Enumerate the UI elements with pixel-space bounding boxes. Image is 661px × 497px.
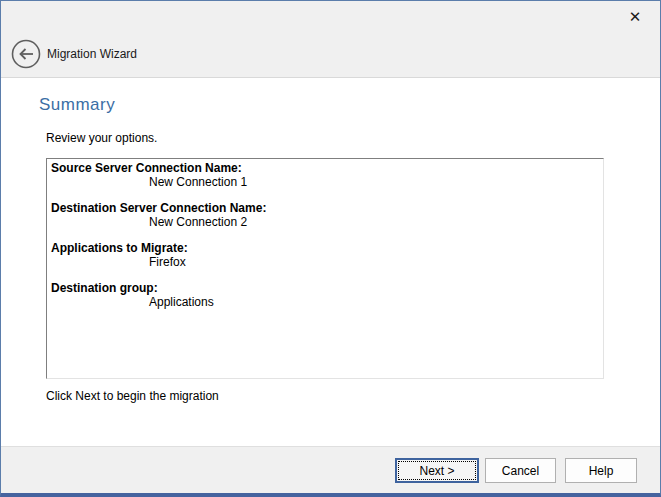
page-heading: Summary bbox=[39, 95, 115, 115]
summary-item-destination-group: Destination group: Applications bbox=[51, 281, 599, 309]
summary-item-label: Destination Server Connection Name: bbox=[51, 201, 599, 215]
cancel-button[interactable]: Cancel bbox=[485, 458, 556, 483]
summary-item-label: Applications to Migrate: bbox=[51, 241, 599, 255]
summary-box: Source Server Connection Name: New Conne… bbox=[46, 158, 604, 379]
summary-item-source-connection: Source Server Connection Name: New Conne… bbox=[51, 161, 599, 189]
title-bar: ✕ bbox=[1, 1, 660, 31]
button-bar: Next > Cancel Help bbox=[1, 446, 660, 493]
wizard-header: Migration Wizard bbox=[1, 31, 660, 78]
summary-item-value: New Connection 2 bbox=[51, 215, 599, 229]
back-button[interactable] bbox=[11, 39, 41, 69]
footer-note: Click Next to begin the migration bbox=[46, 389, 219, 403]
help-button[interactable]: Help bbox=[565, 458, 637, 483]
migration-wizard-window: ✕ Migration Wizard Summary Review your o… bbox=[0, 0, 661, 497]
back-icon bbox=[11, 57, 41, 72]
summary-item-applications: Applications to Migrate: Firefox bbox=[51, 241, 599, 269]
next-button[interactable]: Next > bbox=[395, 458, 479, 483]
close-icon: ✕ bbox=[629, 8, 642, 26]
summary-item-label: Destination group: bbox=[51, 281, 599, 295]
summary-item-value: New Connection 1 bbox=[51, 175, 599, 189]
summary-item-value: Applications bbox=[51, 295, 599, 309]
summary-item-value: Firefox bbox=[51, 255, 599, 269]
wizard-title: Migration Wizard bbox=[47, 31, 137, 77]
instruction-text: Review your options. bbox=[46, 131, 157, 145]
summary-item-destination-connection: Destination Server Connection Name: New … bbox=[51, 201, 599, 229]
summary-item-label: Source Server Connection Name: bbox=[51, 161, 599, 175]
close-button[interactable]: ✕ bbox=[622, 6, 648, 28]
content-area: Summary Review your options. Source Serv… bbox=[1, 78, 660, 448]
